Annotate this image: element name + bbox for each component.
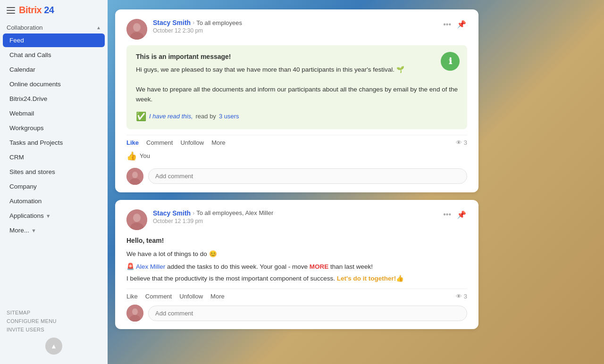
mention-alex[interactable]: Alex Miller bbox=[136, 263, 165, 270]
sidebar-item-webmail[interactable]: Webmail bbox=[3, 107, 105, 120]
sidebar-item-online-docs[interactable]: Online documents bbox=[3, 77, 105, 91]
comment-area-2 bbox=[126, 302, 467, 322]
comment-input-1[interactable] bbox=[148, 168, 467, 184]
sidebar-item-applications[interactable]: Applications ▼ bbox=[3, 209, 105, 223]
views-count-1: 👁 3 bbox=[456, 139, 467, 146]
post-arrow-1: › bbox=[193, 19, 194, 26]
sitemap-link[interactable]: SITEMAP bbox=[7, 308, 101, 317]
post-recipient-2: To all employees, Alex Miller bbox=[196, 209, 273, 216]
post-header-2: Stacy Smith › To all employees, Alex Mil… bbox=[126, 209, 467, 230]
sidebar-header: Bitrix 24 bbox=[0, 0, 108, 20]
svg-point-1 bbox=[133, 23, 141, 32]
post-arrow-2: › bbox=[193, 210, 194, 216]
post-header-1: Stacy Smith › To all employees October 1… bbox=[126, 19, 467, 40]
comment-button-1[interactable]: Comment bbox=[146, 139, 173, 146]
commenter-avatar-2 bbox=[126, 305, 143, 322]
sidebar-item-crm[interactable]: CRM bbox=[3, 150, 105, 164]
brand-logo[interactable]: Bitrix 24 bbox=[19, 5, 54, 16]
views-count-2: 👁 3 bbox=[456, 293, 467, 300]
avatar-stacy-2[interactable] bbox=[126, 209, 147, 230]
hamburger-icon[interactable] bbox=[7, 7, 15, 14]
eye-icon-2: 👁 bbox=[456, 293, 462, 300]
more-options-button-1[interactable]: ••• bbox=[442, 19, 452, 30]
post-interaction-1: Like Comment Unfollow More 👁 3 bbox=[126, 135, 467, 148]
pin-button-2[interactable]: 📌 bbox=[456, 209, 467, 220]
sidebar-item-workgroups[interactable]: Workgroups bbox=[3, 121, 105, 135]
post-author-2[interactable]: Stacy Smith bbox=[153, 209, 191, 217]
post-author-1[interactable]: Stacy Smith bbox=[153, 19, 191, 26]
sidebar-item-feed[interactable]: Feed bbox=[3, 33, 105, 47]
svg-point-7 bbox=[133, 214, 141, 222]
more-button-2[interactable]: More bbox=[210, 293, 225, 300]
invite-users-link[interactable]: INVITE USERS bbox=[7, 325, 101, 334]
sidebar-item-drive[interactable]: Bitrix24.Drive bbox=[3, 92, 105, 106]
unfollow-button-2[interactable]: Unfollow bbox=[179, 293, 203, 300]
likes-section-1: 👍 You bbox=[126, 148, 467, 165]
sidebar-item-more[interactable]: More... ▼ bbox=[3, 223, 105, 237]
svg-point-4 bbox=[132, 172, 138, 178]
scroll-up-button[interactable]: ▲ bbox=[45, 338, 62, 355]
sidebar-item-company[interactable]: Company bbox=[3, 180, 105, 193]
read-by-label: read by bbox=[196, 113, 216, 120]
read-confirm-1: ✅ I have read this, read by 3 users bbox=[136, 111, 458, 122]
check-circle-icon: ✅ bbox=[136, 111, 146, 122]
more-button-1[interactable]: More bbox=[211, 139, 226, 146]
cta-text[interactable]: Let's do it together! bbox=[337, 275, 396, 282]
post-title-2: Hello, team! bbox=[126, 236, 467, 246]
chevron-up-icon: ▲ bbox=[96, 25, 101, 30]
post-body-2: Hello, team! We have a lot of things to … bbox=[126, 236, 467, 284]
post-recipient-1: To all employees bbox=[196, 19, 242, 26]
unfollow-button-1[interactable]: Unfollow bbox=[180, 139, 204, 146]
read-count-1[interactable]: 3 users bbox=[219, 113, 239, 120]
like-button-1[interactable]: Like bbox=[126, 139, 139, 146]
thumbs-up-icon-1: 👍 bbox=[126, 151, 137, 161]
sidebar-item-chat-calls[interactable]: Chat and Calls bbox=[3, 48, 105, 62]
comment-input-2[interactable] bbox=[148, 306, 467, 321]
comment-area-1 bbox=[126, 165, 467, 185]
commenter-avatar-1 bbox=[126, 168, 143, 185]
important-box-1: This is an important message! ℹ Hi guys,… bbox=[126, 45, 467, 129]
info-icon: ℹ bbox=[441, 52, 460, 71]
post-time-2: October 12 1:39 pm bbox=[153, 218, 273, 224]
important-body-1: Hi guys, we are pleased to say that we h… bbox=[136, 65, 458, 105]
important-title-1: This is an important message! bbox=[136, 53, 458, 60]
svg-point-10 bbox=[132, 308, 138, 315]
post-card-1: Stacy Smith › To all employees October 1… bbox=[115, 9, 478, 192]
feed-container: Stacy Smith › To all employees October 1… bbox=[115, 9, 478, 337]
eye-icon-1: 👁 bbox=[456, 139, 462, 146]
configure-menu-link[interactable]: CONFIGURE MENU bbox=[7, 317, 101, 325]
post-interaction-2: Like Comment Unfollow More 👁 3 bbox=[126, 289, 467, 302]
sidebar-item-sites[interactable]: Sites and stores bbox=[3, 165, 105, 179]
post-card-2: Stacy Smith › To all employees, Alex Mil… bbox=[115, 200, 478, 329]
liked-by-1: You bbox=[140, 152, 150, 159]
read-text-1[interactable]: I have read this, bbox=[149, 113, 193, 120]
pin-button-1[interactable]: 📌 bbox=[456, 19, 467, 30]
main-feed: Stacy Smith › To all employees October 1… bbox=[108, 0, 604, 364]
sidebar: Bitrix 24 Collaboration ▲ Feed Chat and … bbox=[0, 0, 108, 364]
comment-button-2[interactable]: Comment bbox=[145, 293, 172, 300]
post-time-1: October 12 2:30 pm bbox=[153, 27, 242, 34]
sidebar-item-tasks[interactable]: Tasks and Projects bbox=[3, 136, 105, 149]
sidebar-footer: SITEMAP CONFIGURE MENU INVITE USERS ▲ bbox=[0, 305, 108, 364]
sidebar-item-automation[interactable]: Automation bbox=[3, 194, 105, 208]
more-options-button-2[interactable]: ••• bbox=[442, 209, 452, 220]
sidebar-item-calendar[interactable]: Calendar bbox=[3, 63, 105, 76]
highlight-more: MORE bbox=[310, 263, 329, 270]
avatar-stacy-1[interactable] bbox=[126, 19, 147, 40]
like-button-2[interactable]: Like bbox=[126, 293, 138, 300]
collaboration-section[interactable]: Collaboration ▲ bbox=[0, 20, 108, 33]
